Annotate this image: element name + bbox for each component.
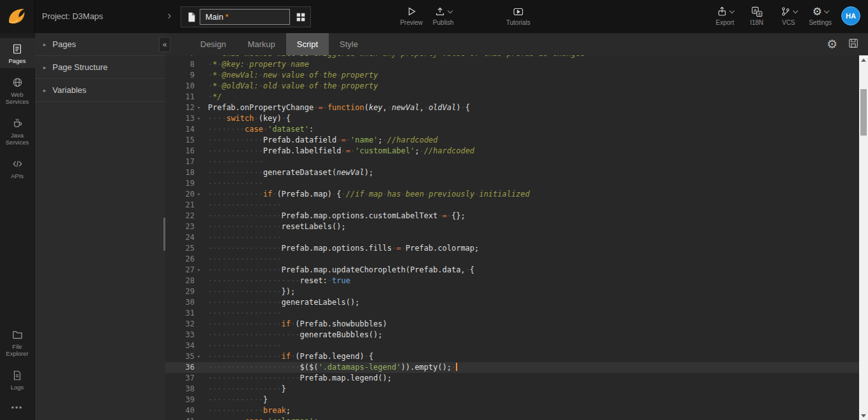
code-line[interactable]: 28····················reset:·true <box>165 276 868 286</box>
line-number[interactable]: 14 <box>165 124 195 135</box>
sidebar-item-pages[interactable]: Pages <box>0 38 35 68</box>
panel-row-variables[interactable]: ▸ Variables <box>35 79 165 102</box>
line-number[interactable]: 11 <box>165 92 195 102</box>
code-line[interactable]: 21················ <box>165 200 868 211</box>
vertical-scrollbar[interactable] <box>859 55 868 420</box>
code-line[interactable]: 27▾················Prefab.map.updateChor… <box>165 265 868 276</box>
line-number[interactable]: 38 <box>165 384 195 395</box>
fold-marker-icon[interactable]: ▾ <box>195 113 203 124</box>
code-line[interactable]: 31················ <box>165 308 868 319</box>
code-line[interactable]: 26················ <box>165 254 868 265</box>
line-number[interactable]: 9 <box>165 70 195 81</box>
code-line[interactable]: 38················} <box>165 384 868 395</box>
line-number[interactable]: 8 <box>165 59 195 70</box>
code-line[interactable]: 12▾Prefab.onPropertyChange·=·function(ke… <box>165 102 868 113</box>
code-line[interactable]: 22················Prefab.map.options.cus… <box>165 211 868 221</box>
line-number[interactable]: 17 <box>165 157 195 167</box>
line-number[interactable]: 35 <box>165 351 195 362</box>
line-number[interactable]: 26 <box>165 254 195 265</box>
vcs-button[interactable]: VCS <box>773 4 804 26</box>
line-number[interactable]: 40 <box>165 405 195 416</box>
fold-marker-icon[interactable]: ▾ <box>195 265 203 276</box>
line-number[interactable]: 29 <box>165 286 195 297</box>
code-line[interactable]: 14········case·'dataset': <box>165 124 868 135</box>
active-page-tab[interactable]: Main * <box>200 9 290 25</box>
line-number[interactable]: 21 <box>165 200 195 211</box>
line-number[interactable]: 28 <box>165 276 195 286</box>
preview-button[interactable]: Preview <box>396 4 427 26</box>
line-number[interactable]: 18 <box>165 167 195 178</box>
line-number[interactable]: 13 <box>165 113 195 124</box>
sidebar-item-logs[interactable]: Logs <box>0 365 35 395</box>
code-line[interactable]: 33····················generateBubbles(); <box>165 330 868 340</box>
code-line[interactable]: 37····················Prefab.map.legend(… <box>165 373 868 384</box>
tab-markup[interactable]: Markup <box>237 33 286 55</box>
code-line[interactable]: 36····················$($('.datamaps-leg… <box>165 362 868 373</box>
code-editor[interactable]: 7·*·this·method·will·be·triggered·when·a… <box>165 55 868 420</box>
code-line[interactable]: 29················}); <box>165 286 868 297</box>
line-number[interactable]: 33 <box>165 330 195 340</box>
line-number[interactable]: 16 <box>165 146 195 157</box>
i18n-button[interactable]: A a I18N <box>741 4 773 26</box>
line-number[interactable]: 32 <box>165 319 195 330</box>
scroll-down-button[interactable] <box>859 411 868 420</box>
code-line[interactable]: 19············ <box>165 178 868 189</box>
code-line[interactable]: 9·*·@newVal:·new·value·of·the·property <box>165 70 868 81</box>
code-line[interactable]: 25················Prefab.map.options.fil… <box>165 243 868 254</box>
panel-row-pages[interactable]: ▸ Pages <box>35 33 165 56</box>
scroll-up-button[interactable] <box>859 55 868 64</box>
page-grid-icon[interactable] <box>293 9 308 25</box>
line-number[interactable]: 10 <box>165 81 195 92</box>
line-number[interactable]: 41 <box>165 416 195 420</box>
code-line[interactable]: 11·*/ <box>165 92 868 102</box>
publish-button[interactable]: Publish <box>427 4 459 26</box>
line-number[interactable]: 34 <box>165 340 195 351</box>
code-line[interactable]: 40············break; <box>165 405 868 416</box>
save-icon[interactable] <box>848 38 859 52</box>
code-line[interactable]: 10·*·@oldVal:·old·value·of·the·property <box>165 81 868 92</box>
line-number[interactable]: 22 <box>165 211 195 221</box>
line-number[interactable]: 30 <box>165 297 195 308</box>
tab-style[interactable]: Style <box>329 33 369 55</box>
line-number[interactable]: 23 <box>165 221 195 232</box>
code-line[interactable]: 16············Prefab.labelfield·=·'custo… <box>165 146 868 157</box>
line-number[interactable]: 19 <box>165 178 195 189</box>
more-options-button[interactable]: ••• <box>11 398 24 420</box>
code-line[interactable]: 15············Prefab.datafield·=·'name';… <box>165 135 868 146</box>
line-number[interactable]: 20 <box>165 189 195 200</box>
code-line[interactable]: 20▾············if·(Prefab.map)·{·//if·ma… <box>165 189 868 200</box>
code-line[interactable]: 17············ <box>165 157 868 167</box>
line-number[interactable]: 27 <box>165 265 195 276</box>
fold-marker-icon[interactable]: ▾ <box>195 102 203 113</box>
code-line[interactable]: 35▾················if·(Prefab.legend)·{ <box>165 351 868 362</box>
code-line[interactable]: 32················if·(Prefab.showbubbles… <box>165 319 868 330</box>
line-number[interactable]: 12 <box>165 102 195 113</box>
line-number[interactable]: 15 <box>165 135 195 146</box>
fold-marker-icon[interactable]: ▾ <box>195 189 203 200</box>
code-line[interactable]: 34················ <box>165 340 868 351</box>
line-number[interactable]: 39 <box>165 395 195 405</box>
code-line[interactable]: 23················resetLabels(); <box>165 221 868 232</box>
sidebar-item-apis[interactable]: APIs <box>0 153 35 183</box>
export-button[interactable]: Export <box>709 4 741 26</box>
line-number[interactable]: 37 <box>165 373 195 384</box>
code-line[interactable]: 24················ <box>165 232 868 243</box>
code-line[interactable]: 18············generateDataset(newVal); <box>165 167 868 178</box>
code-line[interactable]: 13▾····switch·(key)·{ <box>165 113 868 124</box>
sidebar-item-java-services[interactable]: Java Services <box>0 113 35 150</box>
panel-collapse-button[interactable]: « <box>159 37 170 52</box>
user-avatar[interactable]: HA <box>841 6 860 25</box>
page-file-icon[interactable] <box>183 9 200 25</box>
tab-design[interactable]: Design <box>189 33 237 55</box>
line-number[interactable]: 25 <box>165 243 195 254</box>
scrollbar-thumb[interactable] <box>860 89 867 136</box>
line-number[interactable]: 31 <box>165 308 195 319</box>
fold-marker-icon[interactable]: ▾ <box>195 351 203 362</box>
panel-row-page-structure[interactable]: ▸ Page Structure <box>35 56 165 79</box>
line-number[interactable]: 36 <box>165 362 195 373</box>
sidebar-item-file-explorer[interactable]: File Explorer <box>0 324 35 361</box>
tab-script[interactable]: Script <box>286 33 329 55</box>
code-line[interactable]: 8·*·@key:·property·name <box>165 59 868 70</box>
sidebar-item-web-services[interactable]: Web Services <box>0 72 35 109</box>
code-line[interactable]: 30················generateLabels(); <box>165 297 868 308</box>
